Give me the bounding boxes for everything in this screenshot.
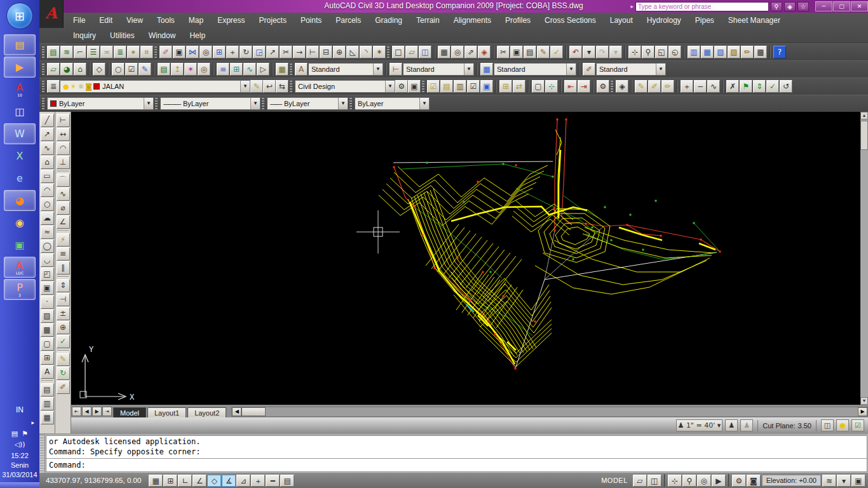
chevron-down-icon[interactable]: ▼: [144, 98, 153, 109]
menu-layout[interactable]: Layout: [603, 15, 640, 26]
redo-icon[interactable]: ↷: [596, 46, 609, 58]
minimize-button[interactable]: ─: [815, 1, 832, 11]
menu-inquiry[interactable]: Inquiry: [66, 30, 103, 41]
quick-properties-toggle[interactable]: ▤: [280, 475, 294, 487]
polyline-icon[interactable]: ∿: [41, 142, 54, 155]
model-paper-toggle[interactable]: MODEL: [597, 477, 632, 484]
dim-linear-icon[interactable]: ⊢: [57, 114, 70, 127]
mirror-icon[interactable]: ⋈: [186, 46, 199, 58]
infocenter-arrow-icon[interactable]: ▸: [630, 3, 634, 10]
break-icon[interactable]: ⊟: [320, 46, 332, 58]
parcel-pie-icon[interactable]: ◕: [60, 63, 73, 76]
layer-viewport-sun-icon[interactable]: ☼: [78, 83, 84, 91]
layer-properties-manager-icon[interactable]: ≣: [47, 80, 60, 93]
layer-copy-icon[interactable]: ▥: [454, 80, 466, 93]
model-space-icon[interactable]: ▱: [633, 475, 647, 487]
edit-point-icon[interactable]: ⌗: [140, 46, 153, 58]
command-window-grip[interactable]: [39, 435, 45, 473]
dim-space-icon[interactable]: ⇕: [57, 279, 70, 292]
gradient-icon[interactable]: ▩: [41, 323, 54, 337]
annotation-autoscale-icon[interactable]: ♟: [740, 419, 753, 431]
taskbar-explorer-button[interactable]: ▤: [4, 34, 36, 55]
text-style-combo[interactable]: Standard ▼: [308, 63, 383, 76]
menu-tools[interactable]: Tools: [150, 15, 182, 26]
blue-pen-icon[interactable]: ✎: [139, 63, 151, 76]
open-project-icon[interactable]: ▱: [47, 63, 60, 76]
close-button[interactable]: ✕: [851, 1, 868, 11]
notification-flag-icon[interactable]: ⚑: [22, 430, 28, 438]
tab-nav-prev-icon[interactable]: ◀: [82, 407, 92, 416]
trim-icon[interactable]: ✂: [280, 46, 292, 58]
menu-terrain[interactable]: Terrain: [409, 15, 447, 26]
menu-help[interactable]: Help: [182, 30, 212, 41]
chevron-down-icon[interactable]: ▼: [419, 98, 429, 109]
project-sheets-icon[interactable]: ▤: [47, 46, 60, 58]
page-curl-icon[interactable]: ▷: [257, 63, 269, 76]
plot-icon[interactable]: ▦: [438, 46, 451, 58]
check-standards-icon[interactable]: ✓: [550, 46, 563, 58]
break-at-point-icon[interactable]: ⊢: [306, 46, 319, 58]
chevron-down-icon[interactable]: ▼: [338, 98, 348, 109]
bring-above-icon[interactable]: ▦: [41, 411, 54, 424]
toolbar-lock-icon[interactable]: ◙: [747, 475, 761, 487]
open-icon[interactable]: ▱: [405, 46, 418, 58]
project-bank-icon[interactable]: ⌂: [74, 63, 86, 76]
ellipse-icon[interactable]: ◯: [41, 240, 54, 253]
menu-map[interactable]: Map: [182, 15, 210, 26]
communication-center-icon[interactable]: ◈: [784, 2, 796, 11]
sketch-x-icon[interactable]: ✗: [726, 80, 739, 93]
menu-edit[interactable]: Edit: [92, 15, 119, 26]
stretch-icon[interactable]: ↗: [266, 46, 279, 58]
menu-file[interactable]: File: [66, 15, 92, 26]
show-desktop-button[interactable]: [0, 482, 39, 488]
copy-icon[interactable]: ▣: [173, 46, 186, 58]
dim-continue-icon[interactable]: ∥: [57, 261, 70, 274]
sketch-add-icon[interactable]: ＋: [681, 80, 693, 93]
taskbar-autocad-classic-button[interactable]: ◫: [4, 101, 36, 122]
hatch-icon[interactable]: ▨: [41, 309, 54, 323]
toolbar-grip[interactable]: [42, 64, 44, 75]
flag-check-icon[interactable]: ✓: [766, 80, 779, 93]
menu-express[interactable]: Express: [210, 15, 252, 26]
fillet-icon[interactable]: ◝: [360, 46, 372, 58]
dyn-toggle[interactable]: ＋: [251, 475, 265, 487]
dim-angular-icon[interactable]: ∠: [57, 215, 70, 229]
undo-icon[interactable]: ↶: [569, 46, 582, 58]
quick-view-layouts-icon[interactable]: ◫: [648, 475, 661, 487]
cut-icon[interactable]: ✂: [497, 46, 510, 58]
table-style-icon[interactable]: ▦: [480, 63, 493, 76]
my-workspace-icon[interactable]: ▣: [408, 80, 421, 93]
bring-to-front-icon[interactable]: ▤: [41, 383, 54, 396]
search-icon[interactable]: ⚲: [771, 2, 782, 11]
database-stack-icon[interactable]: ▦: [276, 63, 288, 76]
scroll-down-arrow[interactable]: ▼: [860, 397, 868, 405]
sheetset-manager-icon[interactable]: ▨: [728, 46, 740, 58]
line-icon[interactable]: ╱: [41, 114, 54, 127]
sheet-stack-icon[interactable]: ▤: [158, 63, 170, 76]
menu-pipes[interactable]: Pipes: [688, 15, 721, 26]
make-object-layer-current-icon[interactable]: ☑: [427, 80, 440, 93]
steering-wheel-icon[interactable]: ◎: [697, 475, 711, 487]
color-control-combo[interactable]: ByLayer ▼: [47, 97, 154, 110]
snap-toggle[interactable]: ▦: [149, 475, 163, 487]
menu-utilities[interactable]: Utilities: [103, 30, 142, 41]
erase-icon[interactable]: ✐: [159, 46, 172, 58]
point-icon[interactable]: ·: [41, 295, 54, 309]
showmotion-icon[interactable]: ▶: [712, 475, 726, 487]
layer-on-bulb-icon[interactable]: ●: [63, 83, 69, 91]
toolbar-grip[interactable]: [262, 98, 264, 109]
tab-layout1[interactable]: Layout1: [147, 407, 186, 417]
tab-nav-first-icon[interactable]: ⇤: [72, 407, 81, 416]
sketch-fan-icon[interactable]: ✐: [648, 80, 661, 93]
toolbar-grip[interactable]: [42, 46, 44, 58]
plot-preview-icon[interactable]: ◎: [451, 46, 464, 58]
polygon-icon[interactable]: ⌂: [41, 156, 54, 169]
zoom-window-icon[interactable]: ◱: [655, 46, 668, 58]
layer-color-swatch[interactable]: [93, 83, 100, 90]
vertical-scroll-thumb[interactable]: [860, 121, 868, 150]
chevron-down-icon[interactable]: ▼: [656, 64, 665, 75]
taskbar-clock[interactable]: 15:22 Senin 31/03/2014: [0, 451, 39, 480]
menu-sheet-manager[interactable]: Sheet Manager: [721, 15, 787, 26]
settings-gear-icon[interactable]: ⚙: [597, 80, 609, 93]
ortho-toggle[interactable]: ∟: [178, 475, 192, 487]
